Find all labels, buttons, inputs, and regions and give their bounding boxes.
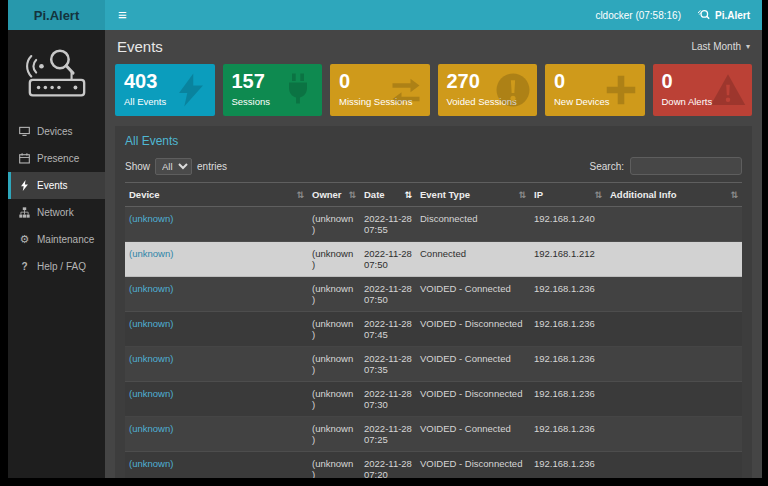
plug-icon xyxy=(280,72,316,112)
bolt-icon xyxy=(18,180,31,191)
question-icon: ? xyxy=(18,262,31,272)
page-title: Events xyxy=(117,38,163,55)
entries-select[interactable]: All xyxy=(155,158,192,175)
device-link[interactable]: (unknown) xyxy=(129,423,173,434)
device-cell: (unknown) xyxy=(125,347,308,382)
sort-icon[interactable]: ⇅ xyxy=(348,190,356,200)
sidebar-item-network[interactable]: Network xyxy=(8,199,105,226)
date-cell: 2022-11-28 07:50 xyxy=(360,242,416,277)
sitemap-icon xyxy=(18,207,31,218)
sort-icon[interactable]: ⇅ xyxy=(404,190,412,200)
stat-card-down-alerts[interactable]: 0 Down Alerts xyxy=(653,64,753,116)
event-type-cell: VOIDED - Connected xyxy=(416,417,530,452)
plus-icon xyxy=(603,72,639,112)
device-link[interactable]: (unknown) xyxy=(129,458,173,469)
date-cell: 2022-11-28 07:25 xyxy=(360,417,416,452)
table-row[interactable]: (unknown) (unknown) 2022-11-28 07:20 VOI… xyxy=(125,452,742,479)
ip-cell: 192.168.1.236 xyxy=(530,382,606,417)
ip-cell: 192.168.1.236 xyxy=(530,347,606,382)
stat-card-missing-sessions[interactable]: 0 Missing Sessions xyxy=(330,64,430,116)
device-cell: (unknown) xyxy=(125,312,308,347)
top-right-area: cldocker (07:58:16) Pi.Alert xyxy=(595,9,762,22)
ip-cell: 192.168.1.236 xyxy=(530,417,606,452)
sidebar-menu: Devices Presence Events Network ⚙ Mainte… xyxy=(8,118,105,280)
stat-card-new-devices[interactable]: 0 New Devices xyxy=(545,64,645,116)
brand-logo[interactable]: Pi.Alert xyxy=(8,0,105,30)
sort-icon[interactable]: ⇅ xyxy=(730,190,738,200)
additional-info-cell xyxy=(606,382,742,417)
table-row[interactable]: (unknown) (unknown) 2022-11-28 07:30 VOI… xyxy=(125,382,742,417)
ip-cell: 192.168.1.236 xyxy=(530,312,606,347)
device-link[interactable]: (unknown) xyxy=(129,248,173,259)
table-row[interactable]: (unknown) (unknown) 2022-11-28 07:50 Con… xyxy=(125,242,742,277)
device-cell: (unknown) xyxy=(125,207,308,242)
column-header-owner[interactable]: Owner ⇅ xyxy=(308,183,360,207)
stat-card-voided-sessions[interactable]: 270 Voided Sessions xyxy=(438,64,538,116)
owner-cell: (unknown) xyxy=(308,382,360,417)
pialert-mini-logo-icon xyxy=(697,9,710,22)
search-control: Search: xyxy=(590,157,742,175)
calendar-icon xyxy=(18,153,31,164)
chevron-down-icon: ▾ xyxy=(746,42,750,51)
owner-cell: (unknown) xyxy=(308,242,360,277)
table-row[interactable]: (unknown) (unknown) 2022-11-28 07:25 VOI… xyxy=(125,417,742,452)
exchange-icon xyxy=(388,72,424,112)
stat-card-all-events[interactable]: 403 All Events xyxy=(115,64,215,116)
search-input[interactable] xyxy=(630,157,742,175)
top-navbar: Pi.Alert ≡ cldocker (07:58:16) Pi.Alert xyxy=(8,0,762,30)
device-link[interactable]: (unknown) xyxy=(129,283,173,294)
show-label: Show xyxy=(125,161,150,172)
warning-icon xyxy=(710,72,746,112)
user-session-info: cldocker (07:58:16) xyxy=(595,10,681,21)
date-cell: 2022-11-28 07:45 xyxy=(360,312,416,347)
sidebar-item-events[interactable]: Events xyxy=(8,172,105,199)
sidebar: Devices Presence Events Network ⚙ Mainte… xyxy=(8,30,105,478)
device-link[interactable]: (unknown) xyxy=(129,388,173,399)
device-cell: (unknown) xyxy=(125,452,308,479)
date-cell: 2022-11-28 07:35 xyxy=(360,347,416,382)
monitor-icon xyxy=(18,126,31,137)
column-header-ip[interactable]: IP ⇅ xyxy=(530,183,606,207)
device-link[interactable]: (unknown) xyxy=(129,318,173,329)
column-header-device[interactable]: Device ⇅ xyxy=(125,183,308,207)
device-cell: (unknown) xyxy=(125,277,308,312)
owner-cell: (unknown) xyxy=(308,312,360,347)
table-row[interactable]: (unknown) (unknown) 2022-11-28 07:50 VOI… xyxy=(125,277,742,312)
device-link[interactable]: (unknown) xyxy=(129,213,173,224)
sidebar-item-help-faq[interactable]: ? Help / FAQ xyxy=(8,253,105,280)
column-header-date[interactable]: Date ⇅ xyxy=(360,183,416,207)
app-link[interactable]: Pi.Alert xyxy=(697,9,750,22)
stat-card-sessions[interactable]: 157 Sessions xyxy=(223,64,323,116)
events-table: Device ⇅ Owner ⇅ Date xyxy=(125,182,742,478)
sidebar-toggle-icon[interactable]: ≡ xyxy=(105,0,140,30)
additional-info-cell xyxy=(606,312,742,347)
owner-cell: (unknown) xyxy=(308,347,360,382)
entries-label: entries xyxy=(197,161,227,172)
period-selector[interactable]: Last Month ▾ xyxy=(692,41,751,52)
additional-info-cell xyxy=(606,347,742,382)
event-type-cell: VOIDED - Connected xyxy=(416,277,530,312)
column-header-event-type[interactable]: Event Type ⇅ xyxy=(416,183,530,207)
device-link[interactable]: (unknown) xyxy=(129,353,173,364)
sort-icon[interactable]: ⇅ xyxy=(518,190,526,200)
table-row[interactable]: (unknown) (unknown) 2022-11-28 07:55 Dis… xyxy=(125,207,742,242)
sidebar-item-maintenance[interactable]: ⚙ Maintenance xyxy=(8,226,105,253)
additional-info-cell xyxy=(606,452,742,479)
device-cell: (unknown) xyxy=(125,382,308,417)
ip-cell: 192.168.1.236 xyxy=(530,452,606,479)
event-type-cell: Connected xyxy=(416,242,530,277)
device-cell: (unknown) xyxy=(125,417,308,452)
gear-icon: ⚙ xyxy=(18,234,31,245)
sort-icon[interactable]: ⇅ xyxy=(296,190,304,200)
sidebar-item-presence[interactable]: Presence xyxy=(8,145,105,172)
column-header-additional-info[interactable]: Additional Info ⇅ xyxy=(606,183,742,207)
table-row[interactable]: (unknown) (unknown) 2022-11-28 07:35 VOI… xyxy=(125,347,742,382)
sidebar-item-devices[interactable]: Devices xyxy=(8,118,105,145)
page-header: Events Last Month ▾ xyxy=(115,36,752,64)
bolt-lg-icon xyxy=(173,72,209,112)
owner-cell: (unknown) xyxy=(308,452,360,479)
search-label: Search: xyxy=(590,161,624,172)
table-row[interactable]: (unknown) (unknown) 2022-11-28 07:45 VOI… xyxy=(125,312,742,347)
sort-icon[interactable]: ⇅ xyxy=(594,190,602,200)
exclamation-icon xyxy=(495,72,531,112)
